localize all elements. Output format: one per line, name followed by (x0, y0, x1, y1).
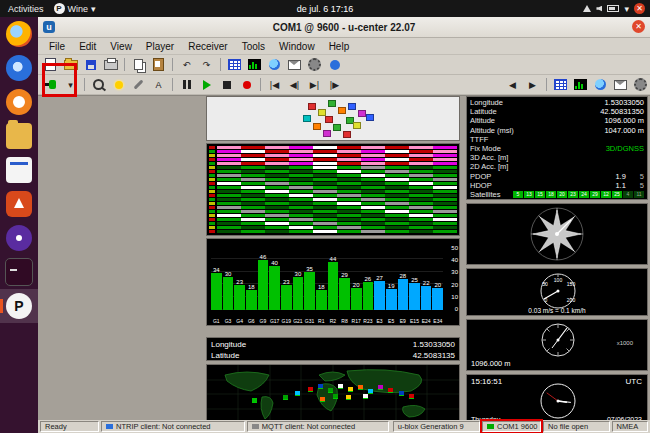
redo-button[interactable]: ↷ (197, 57, 216, 73)
save-icon (86, 60, 96, 70)
menu-view[interactable]: View (103, 41, 139, 52)
dock-ucenter-wine[interactable]: P (0, 289, 38, 323)
dop-value: 1.9 (615, 172, 625, 181)
compass-panel[interactable] (466, 203, 648, 265)
dock-chart-button[interactable] (571, 77, 590, 93)
dock-files[interactable] (0, 119, 38, 153)
bar-xlabel: G3 (223, 318, 234, 324)
chart-view-icon (248, 59, 261, 70)
bar-fill (258, 260, 269, 310)
menu-receiver[interactable]: Receiver (181, 41, 234, 52)
menu-player[interactable]: Player (139, 41, 181, 52)
svg-text:100: 100 (554, 277, 563, 283)
sky-view-panel[interactable] (206, 96, 460, 141)
history-key (209, 150, 215, 153)
map-view-button[interactable] (265, 57, 284, 73)
chart-view-button[interactable] (245, 57, 264, 73)
signal-history-panel[interactable] (206, 143, 460, 236)
step-first-button[interactable]: |◀ (265, 77, 284, 93)
window-close-button[interactable]: ✕ (632, 20, 645, 33)
dock-help[interactable] (0, 221, 38, 255)
record-button[interactable] (237, 77, 256, 93)
bar-fill (421, 286, 432, 310)
history-stripe (217, 178, 457, 181)
dock-thunderbird[interactable] (0, 51, 38, 85)
tools-button[interactable] (129, 77, 148, 93)
satellite-block: 5 (513, 191, 523, 198)
svg-text:150: 150 (567, 281, 576, 287)
dock: P (0, 17, 38, 433)
dock-messages-button[interactable] (611, 77, 630, 93)
status-mqtt[interactable]: MQTT client: Not connected (247, 421, 389, 432)
undo-button[interactable]: ↶ (177, 57, 196, 73)
next-view-button[interactable]: ▶ (523, 77, 542, 93)
dock-libreoffice[interactable] (0, 153, 38, 187)
dock-config-button[interactable] (631, 77, 650, 93)
text-console-button[interactable]: A (149, 77, 168, 93)
dock-software[interactable] (0, 187, 38, 221)
configure-button[interactable] (305, 57, 324, 73)
dock-map-button[interactable] (591, 77, 610, 93)
menu-file[interactable]: File (42, 41, 72, 52)
topbar-clock[interactable]: de jul. 6 17:16 (297, 4, 354, 14)
history-stripe (217, 214, 457, 217)
prev-view-button[interactable]: ◀ (503, 77, 522, 93)
pause-button[interactable] (177, 77, 196, 93)
history-row (209, 190, 457, 193)
history-key (209, 174, 215, 177)
topbar-tray[interactable]: ▾ ✕ (583, 3, 645, 14)
dock-table-button[interactable] (551, 77, 570, 93)
menu-help[interactable]: Help (322, 41, 357, 52)
menu-tools[interactable]: Tools (235, 41, 272, 52)
menu-window[interactable]: Window (272, 41, 322, 52)
table-view-button[interactable] (225, 57, 244, 73)
lonlat-panel[interactable]: Longitude 1.53033050 Latitude 42.5083135 (206, 337, 460, 361)
data-value: 3D/DGNSS (606, 144, 644, 153)
app-menu[interactable]: P Wine ▾ (54, 3, 96, 14)
about-button[interactable] (325, 57, 344, 73)
day-night-button[interactable] (109, 77, 128, 93)
cn0-bar: 44 (328, 248, 339, 310)
dock-terminal[interactable] (0, 255, 38, 289)
bar-xlabel: R1 (316, 318, 327, 324)
step-last-button[interactable]: |▶ (325, 77, 344, 93)
clock-panel[interactable]: 15:16:51 UTC Thursday 07/06/2023 (466, 374, 648, 420)
print-button[interactable] (101, 57, 120, 73)
bar-fill (432, 288, 443, 310)
menu-edit[interactable]: Edit (72, 41, 103, 52)
copy-button[interactable] (129, 57, 148, 73)
paste-button[interactable] (149, 57, 168, 73)
history-key (209, 230, 215, 233)
activities-button[interactable]: Activities (8, 4, 44, 14)
stop-button[interactable] (217, 77, 236, 93)
step-forward-button[interactable]: ▶| (305, 77, 324, 93)
messages-view-button[interactable] (285, 57, 304, 73)
play-button[interactable] (197, 77, 216, 93)
tray-close-icon[interactable]: ✕ (634, 3, 645, 14)
step-back-button[interactable]: ◀| (285, 77, 304, 93)
messages-view-icon (288, 60, 301, 70)
data-panel[interactable]: Longitude1.53033050Latitude42.50831350Al… (466, 96, 648, 200)
history-row (209, 150, 457, 153)
save-button[interactable] (81, 57, 100, 73)
map-view-icon (269, 59, 280, 70)
signal-strength-panel[interactable]: 3430231846402330351844292026271928252220… (206, 238, 460, 326)
history-stripe (217, 218, 457, 221)
altimeter-panel[interactable]: 1096.000 m x1000 (466, 319, 648, 371)
world-map-panel[interactable] (206, 364, 460, 420)
bar-xlabel: G19 (281, 318, 292, 324)
status-protocol[interactable]: NMEA (612, 421, 648, 432)
status-ntrip[interactable]: NTRIP client: Not connected (101, 421, 245, 432)
bar-fill (409, 283, 420, 310)
map-satellite-marker (328, 388, 333, 393)
status-com-port[interactable]: COM1 9600 (482, 421, 541, 432)
dock-rhythmbox[interactable] (0, 85, 38, 119)
annotation-highlight-connect-button (42, 63, 77, 97)
dock-firefox[interactable] (0, 17, 38, 51)
copy-icon (134, 59, 143, 70)
toolbar-separator (84, 78, 85, 91)
speed-panel[interactable]: 0 50 100 150 200 0.03 m/s = 0.1 km/h (466, 268, 648, 316)
title-bar[interactable]: u COM1 @ 9600 - u-center 22.07 ✕ (38, 17, 650, 38)
search-icon (93, 79, 104, 90)
search-button[interactable] (89, 77, 108, 93)
